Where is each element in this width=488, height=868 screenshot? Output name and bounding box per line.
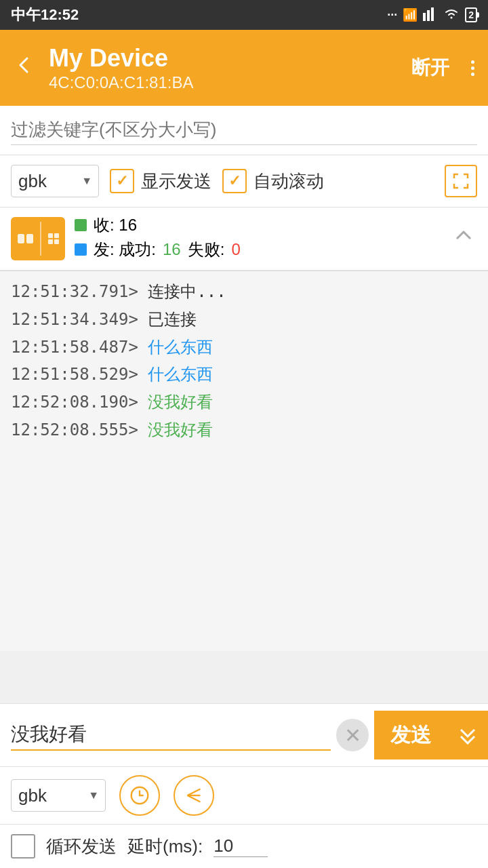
log-area: 12:51:32.791> 连接中...12:51:34.349> 已连接12:…: [0, 271, 488, 651]
show-send-group: ✓ 显示发送: [110, 169, 211, 193]
auto-scroll-checkbox[interactable]: ✓: [222, 169, 247, 193]
header-title: My Device 4C:C0:0A:C1:81:BA: [49, 43, 395, 92]
stats-row: 收: 16 发: 成功: 16 失败: 0: [0, 208, 488, 271]
controls-row: gbk utf-8 ascii ✓ 显示发送 ✓ 自动滚动: [0, 155, 488, 208]
log-entry: 12:51:58.529> 什么东西: [11, 361, 477, 389]
clear-log-button[interactable]: [48, 233, 59, 244]
stats-text: 收: 16 发: 成功: 16 失败: 0: [65, 214, 450, 263]
show-send-checkbox[interactable]: ✓: [110, 169, 134, 193]
clear-input-button[interactable]: ✕: [336, 719, 369, 751]
message-input[interactable]: [11, 719, 331, 751]
send-indicator: [75, 243, 87, 256]
bottom-area: ✕ 发送 gbk utf-8 ascii: [0, 703, 488, 868]
filter-bar: [0, 106, 488, 155]
auto-scroll-check-icon: ✓: [228, 172, 241, 190]
header-bar: My Device 4C:C0:0A:C1:81:BA 断开: [0, 30, 488, 106]
status-icons: ··· 📶 2: [387, 6, 477, 24]
more-menu-button[interactable]: [466, 55, 480, 81]
collapse-button[interactable]: [450, 222, 477, 255]
battery-icon: 2: [465, 7, 477, 22]
svg-rect-0: [423, 13, 426, 21]
pause-button[interactable]: [18, 234, 33, 243]
log-entry: 12:51:58.487> 什么东西: [11, 334, 477, 361]
receive-label: 收: 16: [94, 214, 137, 236]
signal-dots-icon: ···: [387, 8, 397, 22]
show-send-check-icon: ✓: [116, 172, 128, 190]
wifi-icon: [443, 7, 460, 24]
send-fail-count: 0: [231, 240, 240, 259]
svg-line-5: [188, 795, 201, 802]
send-success-count: 16: [163, 240, 181, 259]
show-send-label: 显示发送: [141, 170, 211, 193]
send-stats: 发: 成功: 16 失败: 0: [75, 239, 450, 260]
disconnect-button[interactable]: 断开: [403, 50, 458, 86]
bottom-controls: gbk utf-8 ascii: [0, 767, 488, 825]
delay-input[interactable]: [214, 835, 268, 857]
svg-rect-2: [431, 7, 434, 21]
status-bar: 中午12:52 ··· 📶 2: [0, 0, 488, 30]
delay-label: 延时(ms):: [127, 835, 203, 859]
log-entry: 12:52:08.555> 没我好看: [11, 416, 477, 444]
send2-button[interactable]: [174, 775, 214, 816]
expand-down-button[interactable]: [447, 711, 488, 760]
bluetooth-icon: 📶: [403, 7, 418, 22]
log-entry: 12:51:34.349> 已连接: [11, 306, 477, 334]
bottom-encoding-select-wrapper: gbk utf-8 ascii: [11, 779, 106, 812]
cellular-icon: [423, 6, 438, 24]
clear-icon: ✕: [344, 724, 361, 747]
encoding-select[interactable]: gbk utf-8 ascii: [11, 165, 99, 197]
svg-rect-1: [427, 10, 430, 21]
svg-line-4: [188, 789, 201, 795]
loop-send-checkbox[interactable]: [11, 834, 35, 859]
filter-input[interactable]: [11, 115, 477, 145]
auto-scroll-label: 自动滚动: [253, 170, 324, 193]
device-name: My Device: [49, 43, 395, 73]
send-fail-prefix: 失败:: [188, 239, 225, 260]
history-button[interactable]: [119, 775, 160, 816]
loop-send-label: 循环发送: [46, 835, 117, 859]
status-time: 中午12:52: [11, 5, 79, 25]
loop-row: 循环发送 延时(ms):: [0, 825, 488, 868]
send-prefix: 发: 成功:: [94, 239, 156, 260]
fullscreen-button[interactable]: [445, 165, 477, 197]
send-button[interactable]: 发送: [374, 711, 447, 760]
encoding-select-wrapper: gbk utf-8 ascii: [11, 165, 99, 197]
log-entry: 12:51:32.791> 连接中...: [11, 278, 477, 306]
stats-icons-panel: [11, 217, 65, 260]
bottom-encoding-select[interactable]: gbk utf-8 ascii: [11, 779, 106, 812]
back-button[interactable]: [8, 48, 41, 87]
input-row: ✕ 发送: [0, 704, 488, 767]
log-entry: 12:52:08.190> 没我好看: [11, 389, 477, 416]
auto-scroll-group: ✓ 自动滚动: [222, 169, 324, 193]
device-mac: 4C:C0:0A:C1:81:BA: [49, 73, 395, 92]
receive-indicator: [75, 219, 87, 231]
receive-stats: 收: 16: [75, 214, 450, 236]
